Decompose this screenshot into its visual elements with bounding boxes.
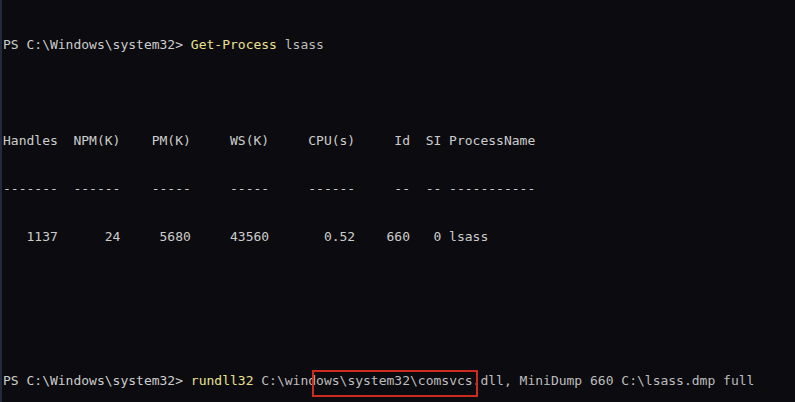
argument-text: C:\windows\system32\comsvcs.dll, MiniDum… xyxy=(253,373,754,388)
process-table-header: Handles NPM(K) PM(K) WS(K) CPU(s) Id SI … xyxy=(3,133,754,149)
prompt: PS C:\Windows\system32> xyxy=(3,373,191,388)
blank-line xyxy=(3,325,754,341)
terminal-output: PS C:\Windows\system32> Get-Process lsas… xyxy=(0,0,754,402)
terminal-line-command-1: PS C:\Windows\system32> Get-Process lsas… xyxy=(3,37,754,53)
process-table-divider: ------- ------ ----- ----- ------ -- -- … xyxy=(3,181,754,197)
blank-line xyxy=(3,277,754,293)
terminal-line-command-2: PS C:\Windows\system32> rundll32 C:\wind… xyxy=(3,373,754,389)
terminal-window[interactable]: PS C:\Windows\system32> Get-Process lsas… xyxy=(0,0,795,402)
prompt: PS C:\Windows\system32> xyxy=(3,37,191,52)
process-table-row: 1137 24 5680 43560 0.52 660 0 lsass xyxy=(3,229,754,245)
argument-text: lsass xyxy=(277,37,324,52)
blank-line xyxy=(3,85,754,101)
command-text: rundll32 xyxy=(191,373,254,388)
command-text: Get-Process xyxy=(191,37,277,52)
